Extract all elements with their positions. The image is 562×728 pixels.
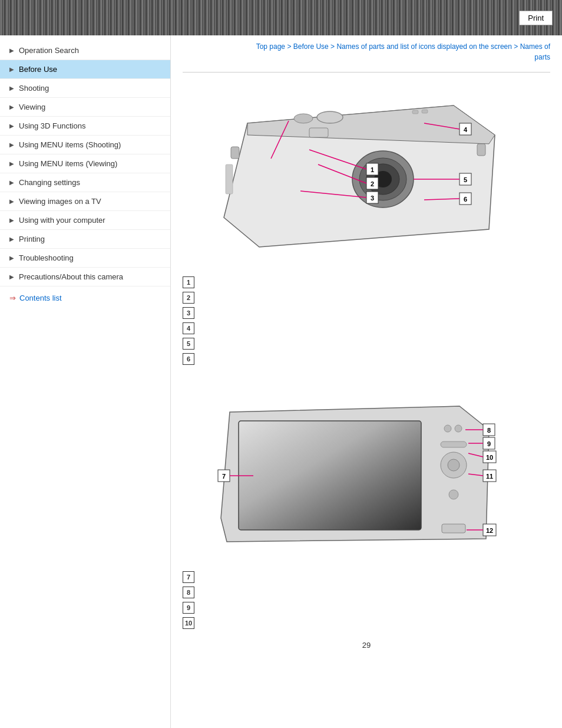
label-item-7: 7 (183, 571, 550, 583)
svg-rect-39 (442, 524, 465, 533)
sidebar-arrow-icon: ▶ (9, 198, 14, 205)
svg-text:12: 12 (486, 527, 493, 534)
sidebar-item-label: Using 3D Functions (19, 121, 85, 130)
svg-text:7: 7 (222, 473, 226, 480)
sidebar-item-shooting[interactable]: ▶Shooting (0, 79, 170, 98)
svg-rect-9 (226, 164, 233, 194)
svg-rect-4 (309, 128, 328, 137)
sidebar-arrow-icon: ▶ (9, 255, 14, 261)
label-item-2: 2 (183, 292, 550, 304)
sidebar-item-viewing-tv[interactable]: ▶Viewing images on a TV (0, 192, 170, 211)
breadcrumb-top[interactable]: Top page (256, 42, 285, 51)
svg-text:3: 3 (371, 195, 374, 202)
contents-arrow-icon: ⇒ (9, 294, 16, 302)
label-item-9: 9 (183, 602, 550, 614)
section-divider (183, 72, 550, 73)
sidebar: ▶Operation Search▶Before Use▶Shooting▶Vi… (0, 35, 171, 728)
sidebar-arrow-icon: ▶ (9, 217, 14, 223)
num-badge-2: 2 (183, 292, 194, 304)
svg-text:6: 6 (464, 196, 467, 203)
svg-text:9: 9 (487, 440, 491, 447)
num-badge-4: 4 (183, 322, 194, 334)
num-badge-9: 9 (183, 602, 194, 614)
num-badge-10: 10 (183, 617, 194, 629)
breadcrumb-names-parts[interactable]: Names ofparts (520, 42, 550, 61)
svg-point-34 (448, 459, 459, 471)
label-item-6: 6 (183, 353, 550, 365)
sidebar-item-label: Viewing (19, 103, 45, 111)
sidebar-item-printing[interactable]: ▶Printing (0, 230, 170, 249)
sidebar-item-using-3d[interactable]: ▶Using 3D Functions (0, 117, 170, 136)
label-item-4: 4 (183, 322, 550, 334)
breadcrumb-before-use[interactable]: Before Use (293, 42, 329, 51)
sidebar-arrow-icon: ▶ (9, 236, 14, 242)
svg-text:5: 5 (464, 176, 467, 183)
num-badge-8: 8 (183, 587, 194, 598)
top-num-labels: 1 2 3 4 5 6 (183, 276, 550, 365)
svg-rect-38 (441, 442, 467, 447)
svg-text:11: 11 (486, 473, 493, 480)
num-badge-1: 1 (183, 276, 194, 288)
sidebar-item-precautions[interactable]: ▶Precautions/About this camera (0, 268, 170, 286)
sidebar-item-label: Changing settings (19, 178, 80, 187)
bottom-num-labels: 7 8 9 10 (183, 571, 550, 629)
sidebar-arrow-icon: ▶ (9, 47, 14, 54)
content-area: Top page > Before Use > Names of parts a… (171, 35, 562, 728)
label-item-10: 10 (183, 617, 550, 629)
print-button[interactable]: Print (519, 11, 553, 25)
svg-rect-10 (231, 147, 239, 159)
sidebar-arrow-icon: ▶ (9, 123, 14, 129)
breadcrumb: Top page > Before Use > Names of parts a… (183, 41, 550, 62)
sidebar-item-menu-shooting[interactable]: ▶Using MENU items (Shooting) (0, 136, 170, 154)
num-badge-7: 7 (183, 571, 194, 583)
sidebar-item-label: Shooting (19, 84, 49, 93)
sidebar-item-label: Operation Search (19, 46, 79, 55)
svg-point-5 (294, 114, 313, 123)
svg-text:10: 10 (486, 454, 493, 461)
svg-rect-7 (412, 110, 418, 114)
svg-text:1: 1 (371, 166, 374, 173)
sidebar-item-menu-viewing[interactable]: ▶Using MENU items (Viewing) (0, 154, 170, 173)
breadcrumb-names-parts-icons[interactable]: Names of parts and list of icons display… (336, 42, 512, 51)
sidebar-item-label: Viewing images on a TV (19, 197, 101, 206)
num-badge-5: 5 (183, 338, 194, 350)
sidebar-arrow-icon: ▶ (9, 179, 14, 186)
sidebar-item-label: Using MENU items (Shooting) (19, 140, 121, 149)
svg-text:8: 8 (487, 427, 491, 434)
camera-top-diagram: 1 2 3 4 5 (183, 82, 550, 265)
sidebar-item-troubleshooting[interactable]: ▶Troubleshooting (0, 249, 170, 268)
sidebar-item-operation-search[interactable]: ▶Operation Search (0, 41, 170, 60)
svg-point-37 (449, 490, 458, 499)
label-item-5: 5 (183, 338, 550, 350)
sidebar-item-before-use[interactable]: ▶Before Use (0, 60, 170, 79)
label-item-1: 1 (183, 276, 550, 288)
sidebar-item-using-computer[interactable]: ▶Using with your computer (0, 211, 170, 230)
num-badge-6: 6 (183, 353, 194, 365)
sidebar-item-label: Using with your computer (19, 216, 105, 225)
sidebar-item-label: Printing (19, 235, 45, 243)
sidebar-item-label: Before Use (19, 65, 57, 74)
main-layout: ▶Operation Search▶Before Use▶Shooting▶Vi… (0, 35, 562, 728)
svg-text:4: 4 (464, 126, 468, 133)
sidebar-item-label: Using MENU items (Viewing) (19, 159, 117, 168)
sidebar-item-label: Troubleshooting (19, 253, 74, 262)
sidebar-arrow-icon: ▶ (9, 141, 14, 148)
svg-rect-32 (239, 421, 421, 530)
contents-link-label: Contents list (19, 294, 62, 302)
svg-rect-11 (477, 144, 485, 156)
sidebar-item-label: Precautions/About this camera (19, 272, 123, 281)
svg-point-35 (444, 425, 451, 432)
svg-point-6 (317, 111, 343, 123)
sidebar-item-viewing[interactable]: ▶Viewing (0, 98, 170, 117)
num-badge-3: 3 (183, 307, 194, 319)
sidebar-arrow-icon: ▶ (9, 104, 14, 110)
svg-rect-8 (422, 110, 428, 113)
camera-top-svg: 1 2 3 4 5 (183, 82, 524, 265)
svg-point-36 (455, 425, 462, 432)
camera-back-diagram: 7 8 9 10 11 (183, 377, 550, 559)
sidebar-arrow-icon: ▶ (9, 66, 14, 73)
header-bar: Print (0, 0, 562, 35)
sidebar-arrow-icon: ▶ (9, 85, 14, 91)
contents-list-link[interactable]: ⇒ Contents list (0, 286, 170, 309)
sidebar-item-changing-settings[interactable]: ▶Changing settings (0, 173, 170, 192)
